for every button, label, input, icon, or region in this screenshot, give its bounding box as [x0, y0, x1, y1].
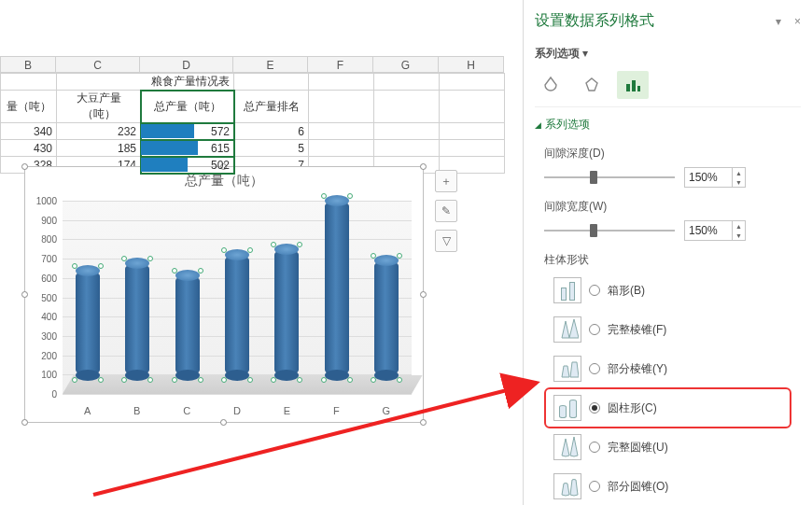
shape-thumb-icon — [553, 395, 581, 421]
series-options-dropdown[interactable]: 系列选项 ▾ — [535, 40, 801, 71]
shape-option-partpyr[interactable]: 部分棱锥(Y) — [548, 352, 788, 386]
column-shape-label: 柱体形状 — [544, 252, 791, 268]
chart-plot-area[interactable] — [63, 201, 412, 394]
svg-marker-5 — [569, 319, 579, 338]
shape-option-box[interactable]: 箱形(B) — [548, 274, 788, 307]
pane-dropdown-icon[interactable]: ▾ — [776, 15, 781, 28]
shape-thumb-icon — [553, 434, 581, 460]
header-cell[interactable]: 量（吨） — [1, 91, 57, 123]
gap-depth-input[interactable] — [685, 168, 732, 187]
gap-width-slider[interactable] — [544, 224, 675, 237]
shape-option-label: 部分棱锥(Y) — [608, 361, 667, 377]
header-cell[interactable]: 总产量（吨） — [141, 91, 234, 123]
header-cell[interactable]: 总产量排名 — [234, 91, 309, 123]
format-tabs — [535, 71, 801, 107]
radio-icon[interactable] — [589, 481, 600, 492]
chart-column[interactable] — [175, 201, 200, 375]
gap-width-spinner[interactable]: ▲▼ — [684, 220, 746, 241]
gap-width-label: 间隙宽度(W) — [544, 199, 791, 215]
header-cell[interactable] — [374, 91, 440, 123]
shape-option-fullcone[interactable]: 完整圆锥(U) — [548, 430, 788, 464]
section-series-options[interactable]: 系列选项 — [535, 107, 801, 140]
chart-side-toolbar: ＋ ✎ ▽ — [435, 170, 457, 260]
chart-object[interactable]: 总产量（吨） 01002003004005006007008009001000 … — [24, 166, 424, 423]
spinner-up-icon[interactable]: ▲ — [733, 221, 745, 231]
svg-rect-2 — [632, 80, 636, 91]
shape-option-label: 箱形(B) — [608, 283, 645, 299]
chart-column[interactable] — [125, 201, 149, 375]
svg-marker-7 — [570, 362, 579, 377]
svg-marker-0 — [586, 78, 597, 91]
shape-option-label: 部分圆锥(O) — [608, 479, 668, 495]
radio-icon[interactable] — [589, 442, 600, 453]
radio-icon[interactable] — [589, 324, 600, 335]
shape-option-partcone[interactable]: 部分圆锥(O) — [548, 470, 788, 503]
shape-thumb-icon — [553, 473, 581, 499]
shape-thumb-icon — [553, 316, 581, 343]
col-head-E[interactable]: E — [233, 56, 308, 73]
gap-width-input[interactable] — [685, 221, 732, 240]
column-headers: BCDEFGH — [0, 56, 518, 73]
tab-fill-icon[interactable] — [535, 71, 567, 99]
radio-icon[interactable] — [589, 285, 600, 296]
chart-x-axis: ABCDEFG — [63, 405, 412, 416]
chart-column[interactable] — [225, 201, 249, 375]
resize-handle[interactable] — [420, 291, 427, 298]
pane-close-icon[interactable]: × — [794, 15, 801, 28]
table-title: 粮食产量情况表 — [57, 74, 234, 91]
gap-depth-slider[interactable] — [544, 171, 675, 184]
resize-handle[interactable] — [21, 163, 28, 170]
spinner-up-icon[interactable]: ▲ — [733, 168, 745, 177]
radio-icon[interactable] — [589, 363, 600, 374]
table-row[interactable]: 3402325726 — [1, 123, 505, 140]
format-pane: 设置数据系列格式 ▾ × 系列选项 ▾ 系列选项 间隙深度(D) — [523, 0, 812, 505]
shape-option-label: 完整棱锥(F) — [608, 322, 666, 338]
col-head-C[interactable]: C — [56, 56, 140, 73]
gap-width-field: 间隙宽度(W) ▲▼ — [544, 199, 791, 241]
table-row[interactable]: 4301856155 — [1, 140, 505, 157]
chart-columns[interactable] — [63, 201, 412, 375]
svg-rect-3 — [637, 86, 640, 91]
col-head-B[interactable]: B — [0, 56, 56, 73]
chart-column[interactable] — [76, 201, 100, 375]
chart-column[interactable] — [374, 201, 399, 375]
header-cell[interactable]: 大豆产量（吨） — [57, 91, 141, 123]
header-cell[interactable] — [440, 91, 505, 123]
chart-elements-button[interactable]: ＋ — [435, 170, 457, 192]
resize-handle[interactable] — [21, 419, 28, 426]
chart-column[interactable] — [325, 201, 349, 375]
col-head-F[interactable]: F — [308, 56, 373, 73]
format-pane-title: 设置数据系列格式 — [535, 11, 654, 31]
col-head-H[interactable]: H — [439, 56, 504, 73]
gap-depth-spinner[interactable]: ▲▼ — [684, 167, 746, 188]
tab-effects-icon[interactable] — [576, 71, 608, 99]
chart-y-axis: 01002003004005006007008009001000 — [25, 201, 59, 394]
col-head-G[interactable]: G — [373, 56, 439, 73]
shape-option-fullpyr[interactable]: 完整棱锥(F) — [548, 313, 788, 346]
col-head-D[interactable]: D — [140, 56, 233, 73]
spreadsheet-table[interactable]: 粮食产量情况表量（吨）大豆产量（吨）总产量（吨）总产量排名34023257264… — [0, 73, 505, 174]
column-shape-group: 柱体形状 箱形(B)完整棱锥(F)部分棱锥(Y)圆柱形(C)完整圆锥(U)部分圆… — [535, 252, 801, 503]
tab-series-options-icon[interactable] — [617, 71, 649, 99]
spinner-down-icon[interactable]: ▼ — [733, 231, 745, 240]
chart-column[interactable] — [274, 201, 299, 375]
svg-marker-4 — [562, 321, 569, 338]
gap-depth-label: 间隙深度(D) — [544, 146, 791, 161]
chevron-down-icon: ▾ — [582, 47, 588, 60]
svg-rect-1 — [626, 84, 630, 91]
shape-option-label: 完整圆锥(U) — [608, 440, 668, 456]
shape-option-label: 圆柱形(C) — [608, 400, 657, 416]
radio-icon[interactable] — [589, 402, 600, 414]
resize-handle[interactable] — [420, 163, 427, 170]
svg-marker-6 — [562, 366, 569, 377]
chart-filter-button[interactable]: ▽ — [435, 230, 457, 252]
chart-styles-button[interactable]: ✎ — [435, 200, 457, 222]
spinner-down-icon[interactable]: ▼ — [733, 177, 745, 187]
shape-option-cylinder[interactable]: 圆柱形(C) — [548, 391, 788, 425]
resize-handle[interactable] — [420, 419, 427, 426]
shape-thumb-icon — [553, 356, 581, 382]
resize-handle[interactable] — [220, 419, 227, 426]
header-cell[interactable] — [309, 91, 374, 123]
app-root: BCDEFGH 粮食产量情况表量（吨）大豆产量（吨）总产量（吨）总产量排名340… — [0, 0, 812, 505]
gap-depth-field: 间隙深度(D) ▲▼ — [544, 146, 791, 188]
